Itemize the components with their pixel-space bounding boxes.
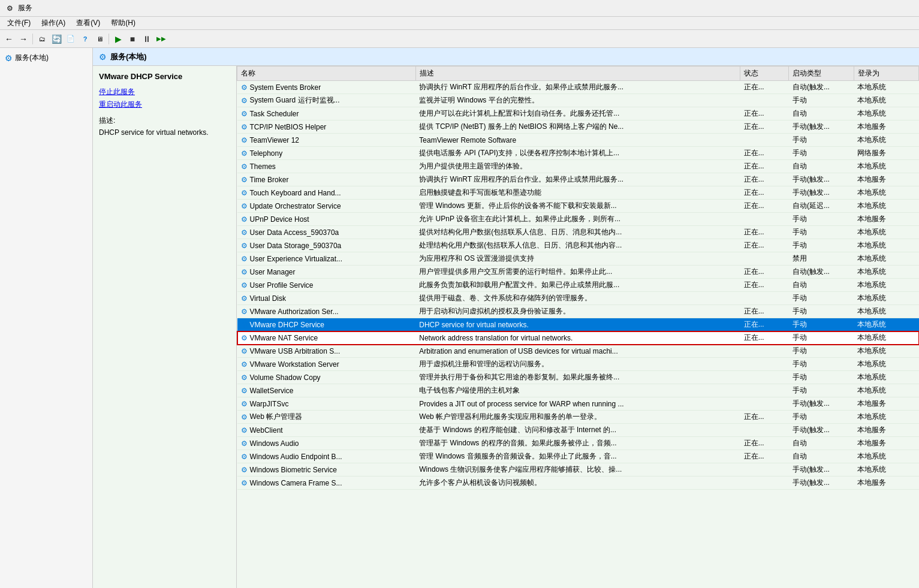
start-service-button[interactable]: ▶ [112, 32, 125, 46]
table-row[interactable]: ⚙ VMware USB Arbitration S... Arbitratio… [237, 345, 919, 358]
table-row[interactable]: ⚙ Windows Biometric Service Windows 生物识别… [237, 463, 919, 477]
cell-status [740, 213, 789, 226]
service-icon: ⚙ [241, 215, 248, 224]
service-name-cell: Time Broker [250, 176, 289, 184]
col-header-status[interactable]: 状态 [740, 67, 789, 81]
service-icon: ⚙ [241, 136, 248, 144]
menu-action[interactable]: 操作(A) [37, 17, 70, 29]
cell-name: ⚙ Windows Biometric Service [237, 463, 416, 477]
cell-status: 正在... [740, 266, 789, 279]
table-row[interactable]: ⚙ Touch Keyboard and Hand... 启用触摸键盘和手写面板… [237, 186, 919, 200]
col-header-desc[interactable]: 描述 [415, 67, 740, 81]
cell-name: ⚙ User Data Access_590370a [237, 226, 416, 239]
description-label: 描述: [99, 116, 230, 126]
properties-button[interactable]: 🖥 [93, 32, 106, 46]
table-row[interactable]: ⚙ VMware DHCP Service DHCP service for v… [237, 318, 919, 331]
cell-startup: 手动 [789, 239, 854, 252]
stop-service-button[interactable]: ■ [126, 32, 139, 46]
show-hide-tree-button[interactable]: 🗂 [35, 32, 49, 46]
table-row[interactable]: ⚙ Windows Audio 管理基于 Windows 的程序的音频。如果此服… [237, 437, 919, 450]
cell-login: 本地系统 [854, 463, 918, 477]
table-row[interactable]: ⚙ Telephony 提供电话服务 API (TAPI)支持，以便各程序控制本… [237, 147, 919, 160]
col-header-login[interactable]: 登录为 [854, 67, 918, 81]
table-row[interactable]: ⚙ VMware NAT Service Network address tra… [237, 331, 919, 345]
menu-help[interactable]: 帮助(H) [106, 17, 140, 29]
table-row[interactable]: ⚙ Time Broker 协调执行 WinRT 应用程序的后台作业。如果停止或… [237, 173, 919, 186]
cell-status: 正在... [740, 173, 789, 186]
cell-desc: TeamViewer Remote Software [415, 134, 740, 147]
restart-service-button[interactable]: ▶▶ [155, 32, 168, 46]
cell-login: 本地系统 [854, 371, 918, 384]
table-row[interactable]: ⚙ System Guard 运行时监视... 监视并证明 Windows 平台… [237, 94, 919, 107]
stop-service-link[interactable]: 停止此服务 [99, 87, 230, 97]
table-row[interactable]: ⚙ Virtual Disk 提供用于磁盘、卷、文件系统和存储阵列的管理服务。 … [237, 292, 919, 305]
table-area[interactable]: 名称 描述 状态 启动类型 登录为 ⚙ System Events Broker… [237, 66, 919, 588]
table-row[interactable]: ⚙ WebClient 使基于 Windows 的程序能创建、访问和修改基于 I… [237, 424, 919, 437]
service-name-cell: TCP/IP NetBIOS Helper [250, 123, 327, 131]
cell-desc: Windows 生物识别服务使客户端应用程序能够捕获、比较、操... [415, 463, 740, 477]
cell-desc: 使基于 Windows 的程序能创建、访问和修改基于 Internet 的... [415, 424, 740, 437]
cell-status: 正在... [740, 450, 789, 463]
cell-startup: 自动 [789, 279, 854, 292]
cell-login: 本地系统 [854, 94, 918, 107]
table-row[interactable]: ⚙ Themes 为用户提供使用主题管理的体验。 正在... 自动 本地系统 [237, 160, 919, 173]
table-row[interactable]: ⚙ VMware Workstation Server 用于虚拟机注册和管理的远… [237, 358, 919, 371]
table-row[interactable]: ⚙ Web 帐户管理器 Web 帐户管理器利用此服务实现应用和服务的单一登录。 … [237, 411, 919, 424]
service-name-cell: User Profile Service [250, 281, 314, 290]
service-icon: ⚙ [241, 334, 248, 342]
table-row[interactable]: ⚙ WalletService 电子钱包客户端使用的主机对象 手动 本地系统 [237, 384, 919, 397]
table-row[interactable]: ⚙ User Experience Virtualizat... 为应用程序和 … [237, 252, 919, 266]
table-row[interactable]: ⚙ User Data Storage_590370a 处理结构化用户数据(包括… [237, 239, 919, 252]
menu-view[interactable]: 查看(V) [71, 17, 105, 29]
service-description: DHCP service for virtual networks. [99, 128, 230, 137]
restart-service-link[interactable]: 重启动此服务 [99, 99, 230, 110]
table-row[interactable]: ⚙ UPnP Device Host 允许 UPnP 设备宿主在此计算机上。如果… [237, 213, 919, 226]
table-row[interactable]: ⚙ WarpJITSvc Provides a JIT out of proce… [237, 397, 919, 411]
cell-desc: 使用户可以在此计算机上配置和计划自动任务。此服务还托管... [415, 107, 740, 120]
cell-name: ⚙ TeamViewer 12 [237, 134, 416, 147]
cell-startup: 手动(触发... [789, 120, 854, 134]
service-icon: ⚙ [241, 97, 248, 105]
table-row[interactable]: ⚙ User Profile Service 此服务负责加载和卸载用户配置文件。… [237, 279, 919, 292]
cell-status: 正在... [740, 160, 789, 173]
col-header-name[interactable]: 名称 [237, 67, 416, 81]
cell-login: 本地系统 [854, 384, 918, 397]
cell-status: 正在... [740, 239, 789, 252]
menu-file[interactable]: 文件(F) [2, 17, 35, 29]
cell-desc: 提供电话服务 API (TAPI)支持，以便各程序控制本地计算机上... [415, 147, 740, 160]
table-row[interactable]: ⚙ User Data Access_590370a 提供对结构化用户数据(包括… [237, 226, 919, 239]
table-row[interactable]: ⚙ System Events Broker 协调执行 WinRT 应用程序的后… [237, 81, 919, 94]
cell-startup: 手动 [789, 226, 854, 239]
cell-desc: 允许多个客户从相机设备访问视频帧。 [415, 477, 740, 490]
back-button[interactable]: ← [2, 32, 16, 46]
cell-name: ⚙ System Guard 运行时监视... [237, 94, 416, 107]
service-icon: ⚙ [241, 294, 248, 303]
cell-login: 本地系统 [854, 411, 918, 424]
col-header-startup[interactable]: 启动类型 [789, 67, 854, 81]
cell-startup: 手动 [789, 94, 854, 107]
table-row[interactable]: ⚙ TCP/IP NetBIOS Helper 提供 TCP/IP (NetBT… [237, 120, 919, 134]
service-icon: ⚙ [241, 162, 248, 171]
table-row[interactable]: ⚙ User Manager 用户管理提供多用户交互所需要的运行时组件。如果停止… [237, 266, 919, 279]
service-icon: ⚙ [241, 347, 248, 355]
help-button[interactable]: ? [79, 32, 92, 46]
pause-service-button[interactable]: ⏸ [140, 32, 153, 46]
table-row[interactable]: ⚙ Volume Shadow Copy 管理并执行用于备份和其它用途的卷影复制… [237, 371, 919, 384]
cell-desc: 为应用程序和 OS 设置漫游提供支持 [415, 252, 740, 266]
table-row[interactable]: ⚙ Update Orchestrator Service 管理 Windows… [237, 200, 919, 213]
cell-login: 本地系统 [854, 160, 918, 173]
cell-desc: 为用户提供使用主题管理的体验。 [415, 160, 740, 173]
table-row[interactable]: ⚙ Windows Audio Endpoint B... 管理 Windows… [237, 450, 919, 463]
cell-status: 正在... [740, 120, 789, 134]
export-button[interactable]: 📄 [64, 32, 77, 46]
table-row[interactable]: ⚙ Windows Camera Frame S... 允许多个客户从相机设备访… [237, 477, 919, 490]
table-row[interactable]: ⚙ VMware Authorization Ser... 用于启动和访问虚拟机… [237, 305, 919, 318]
cell-login: 本地系统 [854, 450, 918, 463]
cell-name: ⚙ Task Scheduler [237, 107, 416, 120]
table-row[interactable]: ⚙ Task Scheduler 使用户可以在此计算机上配置和计划自动任务。此服… [237, 107, 919, 120]
refresh-button[interactable]: 🔄 [50, 32, 63, 46]
cell-desc: DHCP service for virtual networks. [415, 318, 740, 331]
service-name-cell: TeamViewer 12 [250, 136, 300, 144]
table-row[interactable]: ⚙ TeamViewer 12 TeamViewer Remote Softwa… [237, 134, 919, 147]
forward-button[interactable]: → [17, 32, 30, 46]
